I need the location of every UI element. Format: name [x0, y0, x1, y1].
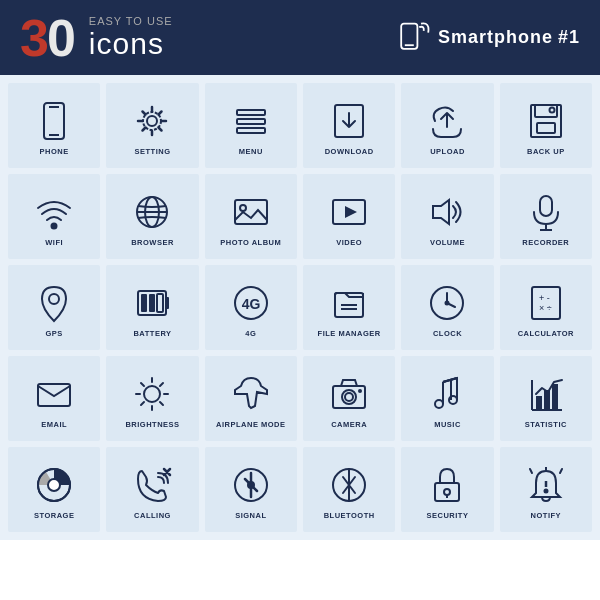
- video-label: VIDEO: [336, 238, 362, 247]
- download-label: DOWNLOAD: [325, 147, 374, 156]
- svg-point-5: [147, 116, 157, 126]
- icon-calling: CALLING: [106, 447, 198, 532]
- gps-icon: [32, 281, 76, 325]
- svg-rect-15: [537, 123, 555, 133]
- upload-label: UPLOAD: [430, 147, 465, 156]
- icon-setting: SETTING: [106, 83, 198, 168]
- icon-wifi: WIFI: [8, 174, 100, 259]
- camera-label: CAMERA: [331, 420, 367, 429]
- icon-email: EMAIL: [8, 356, 100, 441]
- icon-phone: PHONE: [8, 83, 100, 168]
- svg-point-64: [435, 400, 443, 408]
- svg-rect-31: [141, 294, 147, 312]
- email-icon: [32, 372, 76, 416]
- wifi-label: WIFI: [45, 238, 63, 247]
- icon-download: DOWNLOAD: [303, 83, 395, 168]
- email-label: EMAIL: [41, 420, 67, 429]
- icon-video: VIDEO: [303, 174, 395, 259]
- icon-notify: NOTIFY: [500, 447, 592, 532]
- svg-line-54: [160, 383, 163, 386]
- calling-label: CALLING: [134, 511, 171, 520]
- icon-music: MUSIC: [401, 356, 493, 441]
- icon-storage: STORAGE: [8, 447, 100, 532]
- svg-point-73: [48, 479, 60, 491]
- upload-icon: [425, 99, 469, 143]
- battery-icon: [130, 281, 174, 325]
- recorder-icon: [524, 190, 568, 234]
- svg-line-53: [160, 402, 163, 405]
- icon-airplane: AIRPLANE MODE: [205, 356, 297, 441]
- notify-label: NOTIFY: [531, 511, 562, 520]
- icon-clock: CLOCK: [401, 265, 493, 350]
- music-label: MUSIC: [434, 420, 461, 429]
- airplane-icon: [229, 372, 273, 416]
- statistic-icon: [524, 372, 568, 416]
- download-icon: [327, 99, 371, 143]
- volume-icon: [425, 190, 469, 234]
- phone-icon: [32, 99, 76, 143]
- header-number: 30: [20, 12, 74, 64]
- svg-rect-30: [166, 297, 169, 309]
- filemanager-icon: [327, 281, 371, 325]
- music-icon: [425, 372, 469, 416]
- icon-upload: UPLOAD: [401, 83, 493, 168]
- icon-grid: PHONE SETTING MENU: [0, 75, 600, 540]
- svg-line-52: [141, 383, 144, 386]
- svg-point-21: [240, 205, 246, 211]
- calculator-label: CALCULATOR: [518, 329, 574, 338]
- icon-gps: GPS: [8, 265, 100, 350]
- airplane-label: AIRPLANE MODE: [216, 420, 285, 429]
- browser-icon: [130, 190, 174, 234]
- icon-menu: MENU: [205, 83, 297, 168]
- notify-icon: [524, 463, 568, 507]
- svg-text:+  -: + -: [539, 293, 550, 303]
- svg-line-55: [141, 402, 144, 405]
- backup-icon: [524, 99, 568, 143]
- 4g-label: 4G: [245, 329, 256, 338]
- clock-icon: [425, 281, 469, 325]
- svg-marker-23: [345, 206, 357, 218]
- browser-label: BROWSER: [131, 238, 174, 247]
- gps-label: GPS: [45, 329, 62, 338]
- svg-rect-2: [44, 103, 64, 139]
- svg-rect-8: [237, 119, 265, 124]
- wifi-icon: [32, 190, 76, 234]
- battery-label: BATTERY: [133, 329, 171, 338]
- svg-rect-7: [237, 110, 265, 115]
- svg-point-14: [549, 107, 554, 112]
- 4g-icon: 4G: [229, 281, 273, 325]
- menu-icon: [229, 99, 273, 143]
- svg-text:4G: 4G: [241, 296, 260, 312]
- icon-statistic: STATISTIC: [500, 356, 592, 441]
- brightness-label: BRIGHTNESS: [125, 420, 179, 429]
- photo-icon: [229, 190, 273, 234]
- svg-rect-20: [235, 200, 267, 224]
- statistic-label: STATISTIC: [525, 420, 567, 429]
- photo-label: PHOTO ALBUM: [220, 238, 281, 247]
- header-icons-label: icons: [89, 27, 173, 60]
- setting-icon: [130, 99, 174, 143]
- svg-point-42: [446, 301, 449, 304]
- icon-brightness: BRIGHTNESS: [106, 356, 198, 441]
- bluetooth-icon: [327, 463, 371, 507]
- phone-label: PHONE: [40, 147, 69, 156]
- security-icon: [425, 463, 469, 507]
- icon-calculator: + - × ÷ CALCULATOR: [500, 265, 592, 350]
- svg-point-58: [345, 393, 353, 401]
- svg-rect-69: [544, 390, 550, 410]
- header-phone-icon: [394, 20, 430, 56]
- svg-point-47: [144, 386, 160, 402]
- svg-rect-33: [157, 294, 163, 312]
- icon-security: SECURITY: [401, 447, 493, 532]
- svg-rect-70: [552, 384, 558, 410]
- icon-recorder: RECORDER: [500, 174, 592, 259]
- header: 30 Easy To Use icons Smartphone #1: [0, 0, 600, 75]
- svg-marker-24: [433, 200, 449, 224]
- icon-4g: 4G 4G: [205, 265, 297, 350]
- icon-volume: VOLUME: [401, 174, 493, 259]
- icon-signal: SIGNAL: [205, 447, 297, 532]
- signal-icon: [229, 463, 273, 507]
- svg-rect-25: [540, 196, 552, 216]
- storage-label: STORAGE: [34, 511, 74, 520]
- icon-battery: BATTERY: [106, 265, 198, 350]
